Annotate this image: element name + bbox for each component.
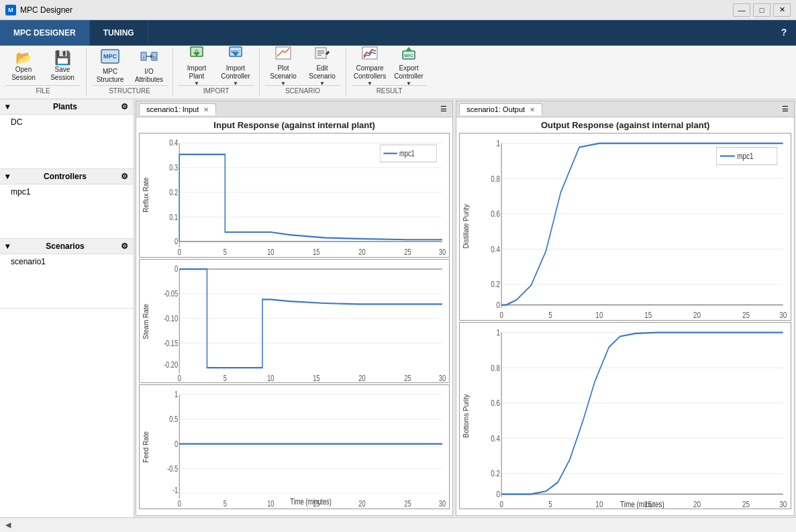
import-group-label: IMPORT	[179, 85, 254, 96]
svg-marker-21	[405, 47, 412, 51]
status-scroll-left[interactable]: ◀	[5, 521, 11, 529]
app-icon: M	[5, 5, 16, 15]
save-session-button[interactable]: 💾 SaveSession	[44, 49, 81, 84]
edit-scenario-button[interactable]: EditScenario ▼	[304, 49, 340, 84]
open-session-button[interactable]: 📂 OpenSession	[5, 49, 42, 84]
controllers-header[interactable]: ▾ Controllers ⚙	[0, 169, 134, 184]
svg-text:25: 25	[404, 499, 411, 509]
controllers-gear-icon[interactable]: ⚙	[121, 172, 128, 181]
svg-text:5: 5	[223, 247, 227, 256]
tab-tuning[interactable]: TUNING	[90, 20, 148, 46]
svg-text:20: 20	[693, 309, 701, 319]
mpc-structure-button[interactable]: MPC MPCStructure	[92, 49, 128, 84]
io-attributes-icon: I O	[140, 49, 158, 66]
plot-scenario-button[interactable]: PlotScenario ▼	[265, 49, 301, 84]
distillate-purity-chart: Distillate Purity	[459, 133, 791, 321]
input-tab[interactable]: scenario1: Input ✕	[139, 103, 216, 115]
output-tab[interactable]: scenario1: Output ✕	[459, 103, 542, 115]
svg-text:MPC: MPC	[404, 54, 413, 58]
bottoms-purity-inner: 1 0.8 0.6 0.4 0.2 0	[472, 323, 791, 509]
scenario-item-scenario1[interactable]: scenario1	[0, 254, 134, 269]
svg-text:0.6: 0.6	[491, 397, 500, 407]
input-chart-title: Input Response (against internal plant)	[139, 120, 450, 130]
save-icon: 💾	[54, 51, 71, 64]
output-panel-body: Output Response (against internal plant)…	[456, 117, 794, 515]
output-panel: scenario1: Output ✕ ☰ Output Response (a…	[456, 101, 795, 516]
svg-text:0.5: 0.5	[169, 415, 178, 424]
output-chart-container: Output Response (against internal plant)…	[459, 120, 791, 513]
svg-text:5: 5	[223, 499, 227, 509]
input-tab-close[interactable]: ✕	[203, 106, 209, 113]
svg-text:10: 10	[267, 373, 274, 382]
svg-text:20: 20	[358, 499, 365, 509]
import-plant-button[interactable]: G ImportPlant ▼	[179, 49, 215, 84]
input-panel: scenario1: Input ✕ ☰ Input Response (aga…	[136, 101, 453, 516]
svg-text:0: 0	[175, 237, 178, 246]
plant-item-dc[interactable]: DC	[0, 115, 134, 129]
open-folder-icon: 📂	[15, 51, 32, 64]
output-panel-close[interactable]: ☰	[779, 105, 791, 113]
scenarios-header[interactable]: ▾ Scenarios ⚙	[0, 239, 134, 254]
close-button[interactable]: ✕	[773, 3, 791, 17]
save-session-label: SaveSession	[50, 66, 74, 82]
distillate-purity-ylabel: Distillate Purity	[460, 134, 472, 320]
input-chart-area: Reflux Rate	[139, 133, 450, 509]
scenarios-gear-icon[interactable]: ⚙	[121, 242, 128, 251]
content-area: scenario1: Input ✕ ☰ Input Response (aga…	[134, 99, 796, 517]
compare-controllers-button[interactable]: CompareControllers ▼	[352, 49, 388, 84]
import-controller-label: ImportController	[221, 64, 250, 81]
minimize-button[interactable]: —	[733, 3, 750, 17]
svg-text:25: 25	[404, 373, 411, 382]
svg-text:0.2: 0.2	[491, 468, 500, 478]
maximize-button[interactable]: □	[753, 3, 770, 17]
edit-scenario-label: EditScenario	[309, 64, 335, 81]
reflux-rate-chart: Reflux Rate	[139, 133, 450, 258]
svg-text:0.8: 0.8	[491, 173, 500, 183]
svg-text:30: 30	[439, 373, 446, 382]
compare-controllers-arrow: ▼	[367, 81, 372, 87]
svg-text:10: 10	[596, 309, 603, 319]
help-button[interactable]: ?	[772, 20, 796, 44]
svg-text:10: 10	[267, 499, 274, 509]
svg-text:0: 0	[178, 373, 181, 382]
input-tab-bar: scenario1: Input ✕ ☰	[136, 101, 452, 117]
svg-text:-0.20: -0.20	[164, 360, 178, 369]
import-controller-icon: MPC	[227, 46, 244, 63]
import-controller-button[interactable]: MPC ImportController ▼	[217, 49, 254, 84]
plants-header[interactable]: ▾ Plants ⚙	[0, 99, 134, 115]
svg-text:15: 15	[313, 373, 319, 382]
tab-mpc-designer[interactable]: MPC DESIGNER	[0, 20, 90, 46]
io-attributes-button[interactable]: I O I/OAttributes	[131, 49, 167, 84]
main-layout: ▾ Plants ⚙ DC ▾ Controllers ⚙ mpc1 ▾ Sce…	[0, 99, 796, 517]
svg-text:-0.10: -0.10	[164, 313, 178, 323]
status-bar: ◀	[0, 517, 796, 532]
svg-text:0.3: 0.3	[169, 163, 178, 172]
compare-controllers-label: CompareControllers	[354, 64, 386, 81]
title-bar: M MPC Designer — □ ✕	[0, 0, 796, 20]
svg-text:0: 0	[175, 264, 178, 274]
svg-text:0: 0	[500, 309, 504, 319]
toolbar: 📂 OpenSession 💾 SaveSession FILE MPC MPC…	[0, 46, 796, 99]
scenarios-arrow-icon: ▾	[5, 242, 9, 251]
svg-text:0.4: 0.4	[169, 138, 178, 148]
toolbar-group-import: G ImportPlant ▼ MPC ImportController ▼ I	[173, 48, 260, 96]
sidebar: ▾ Plants ⚙ DC ▾ Controllers ⚙ mpc1 ▾ Sce…	[0, 99, 134, 517]
svg-text:0.8: 0.8	[491, 362, 500, 372]
edit-scenario-arrow: ▼	[319, 81, 325, 87]
compare-controllers-icon	[361, 46, 379, 63]
controller-item-mpc1[interactable]: mpc1	[0, 184, 134, 199]
input-panel-close[interactable]: ☰	[438, 105, 450, 113]
svg-text:1: 1	[497, 138, 501, 148]
controllers-section: ▾ Controllers ⚙ mpc1	[0, 169, 134, 239]
svg-text:0.6: 0.6	[491, 209, 500, 219]
result-group-label: RESULT	[352, 85, 427, 96]
plants-gear-icon[interactable]: ⚙	[121, 102, 128, 111]
output-tab-close[interactable]: ✕	[530, 106, 535, 113]
output-tab-bar: scenario1: Output ✕ ☰	[456, 101, 794, 117]
export-controller-icon: MPC	[400, 46, 417, 63]
svg-text:O: O	[153, 56, 156, 60]
export-controller-button[interactable]: MPC ExportController ▼	[391, 49, 427, 84]
svg-text:0: 0	[178, 499, 181, 509]
svg-text:1: 1	[175, 390, 178, 399]
svg-text:15: 15	[645, 309, 652, 319]
